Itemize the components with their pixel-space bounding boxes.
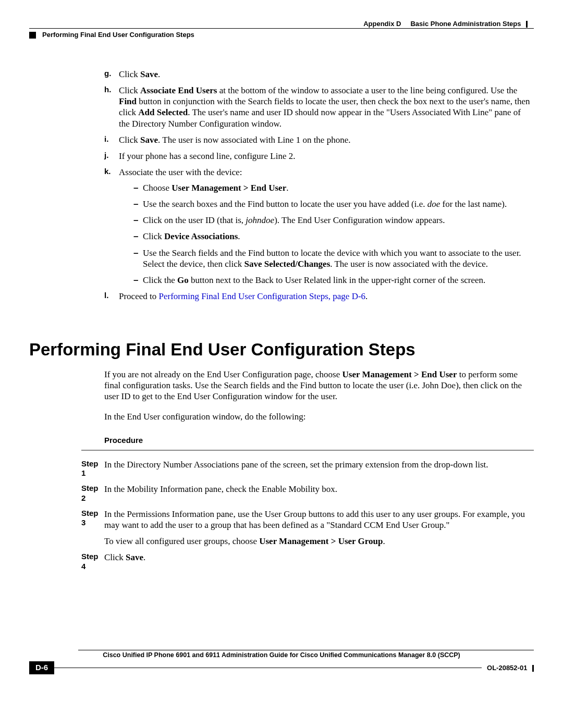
footer-bar-icon (532, 665, 534, 672)
step-item: Step 2 In the Mobility Information pane,… (29, 484, 534, 503)
step-item: Step 1 In the Directory Number Associati… (29, 459, 534, 479)
procedure-label: Procedure (104, 436, 534, 446)
header-right: Appendix D Basic Phone Administration St… (29, 20, 534, 28)
text: Proceed to Performing Final End User Con… (119, 291, 368, 301)
header-section-title: Performing Final End User Configuration … (42, 31, 194, 39)
footer-rule (78, 650, 534, 650)
running-header: Appendix D Basic Phone Administration St… (29, 20, 534, 40)
list-marker: g. (104, 69, 111, 79)
page-number: D-6 (29, 661, 54, 674)
text: Click Save. The user is now associated w… (119, 135, 350, 145)
step-text: In the Directory Number Associations pan… (104, 459, 534, 479)
header-square-icon (29, 32, 36, 39)
list-item: Click Device Associations. (133, 231, 534, 242)
list-item: Click the Go button next to the Back to … (133, 275, 534, 286)
list-item: Choose User Management > End User. (133, 182, 534, 193)
list-item: l. Proceed to Performing Final End User … (104, 291, 534, 302)
sub-list: Choose User Management > End User. Use t… (119, 182, 534, 286)
intro-paragraph: In the End User configuration window, do… (104, 411, 534, 422)
procedure-rule (81, 450, 534, 451)
text: Associate the user with the device: (119, 167, 242, 177)
header-bar-icon (526, 21, 528, 28)
header-rule (29, 28, 534, 29)
list-item: h. Click Associate End Users at the bott… (104, 85, 534, 129)
step-text: In the Mobility Information pane, check … (104, 484, 534, 503)
book-title: Cisco Unified IP Phone 6901 and 6911 Adm… (29, 651, 534, 660)
step-label: Step 1 (29, 459, 104, 479)
cross-reference-link[interactable]: Performing Final End User Configuration … (158, 291, 365, 301)
list-item: Use the Search fields and the Find butto… (133, 248, 534, 270)
list-item: g. Click Save. (104, 69, 534, 80)
list-item: Click on the user ID (that is, johndoe).… (133, 215, 534, 226)
footer-line (54, 668, 482, 668)
list-item: j. If your phone has a second line, conf… (104, 151, 534, 162)
text: Click Save. (119, 69, 160, 79)
intro-paragraph: If you are not already on the End User C… (104, 369, 534, 402)
appendix-title: Basic Phone Administration Steps (410, 20, 521, 28)
text: If your phone has a second line, configu… (119, 151, 295, 161)
text: Click Associate End Users at the bottom … (119, 85, 530, 129)
list-item: Use the search boxes and the Find button… (133, 199, 534, 209)
list-marker: h. (104, 85, 111, 95)
section-heading: Performing Final End User Configuration … (29, 339, 534, 360)
list-marker: l. (104, 291, 108, 301)
running-footer: Cisco Unified IP Phone 6901 and 6911 Adm… (29, 650, 534, 674)
list-marker: k. (104, 167, 111, 177)
procedure-alpha-list: g. Click Save. h. Click Associate End Us… (104, 69, 534, 302)
step-label: Step 2 (29, 484, 104, 503)
steps-list: Step 1 In the Directory Number Associati… (29, 459, 534, 572)
doc-id: OL-20852-01 (487, 664, 534, 672)
step-text: In the Permissions Information pane, use… (104, 509, 534, 547)
list-item: k. Associate the user with the device: C… (104, 167, 534, 286)
step-label: Step 3 (29, 509, 104, 547)
step-text: Click Save. (104, 552, 534, 572)
list-marker: j. (104, 151, 108, 161)
appendix-label: Appendix D (363, 20, 401, 28)
step-label: Step 4 (29, 552, 104, 572)
step-item: Step 3 In the Permissions Information pa… (29, 509, 534, 547)
list-marker: i. (104, 134, 108, 144)
list-item: i. Click Save. The user is now associate… (104, 134, 534, 145)
step-item: Step 4 Click Save. (29, 552, 534, 572)
